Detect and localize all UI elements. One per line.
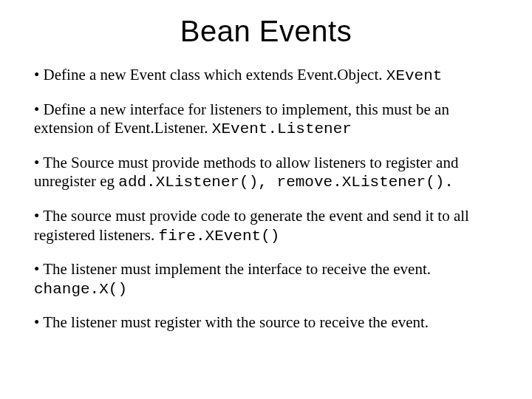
bullet-1-text: • Define a new Event class which extends…: [34, 66, 386, 83]
bullet-5-text: • The listener must implement the interf…: [34, 260, 431, 278]
bullet-6-text: • The listener must register with the so…: [34, 313, 429, 331]
bullet-1: • Define a new Event class which extends…: [34, 66, 498, 86]
bullet-4-code: fire.XEvent(): [159, 228, 280, 245]
bullet-1-code: XEvent: [386, 67, 443, 84]
bullet-3: • The Source must provide methods to all…: [34, 154, 498, 192]
bullet-5: • The listener must implement the interf…: [34, 260, 498, 299]
bullet-4: • The source must provide code to genera…: [34, 207, 498, 245]
bullet-5-code: change.X(): [34, 281, 127, 298]
slide: Bean Events • Define a new Event class w…: [0, 0, 532, 399]
bullet-2: • Define a new interface for listeners t…: [34, 100, 498, 139]
slide-title: Bean Events: [34, 15, 498, 48]
bullet-6: • The listener must register with the so…: [34, 313, 498, 332]
bullet-3-code: add.XListener(), remove.XListener().: [118, 174, 454, 191]
bullet-2-code: XEvent.Listener: [212, 120, 352, 137]
